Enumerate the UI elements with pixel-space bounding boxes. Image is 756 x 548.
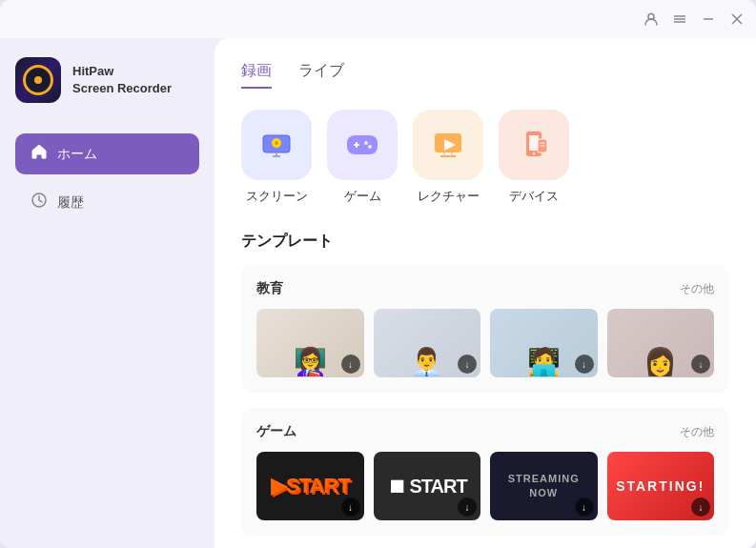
screen-mode-label: スクリーン	[246, 188, 308, 205]
close-button[interactable]	[729, 11, 745, 27]
sidebar: HitPaw Screen Recorder ホーム	[0, 38, 215, 548]
sidebar-item-history[interactable]: 履歴	[15, 182, 199, 223]
app-window: HitPaw Screen Recorder ホーム	[0, 0, 756, 548]
edu-download-2[interactable]: ↓	[458, 355, 477, 374]
sidebar-item-home[interactable]: ホーム	[15, 133, 199, 174]
mode-card-game[interactable]: ゲーム	[327, 110, 398, 205]
template-card-edu-1[interactable]: 👩‍🏫 ↓	[256, 309, 364, 377]
game-more[interactable]: その他	[680, 424, 714, 440]
game-icon-wrap	[327, 110, 398, 180]
game-text-start-1: ▶START	[271, 474, 350, 498]
game-subsection-header: ゲーム その他	[256, 423, 714, 440]
template-card-game-3[interactable]: STREAMINGNOW ↓	[490, 452, 598, 520]
sidebar-item-history-label: 履歴	[57, 194, 84, 212]
template-card-edu-2-inner: 👨‍💼 ↓	[374, 309, 481, 377]
svg-point-11	[275, 141, 278, 145]
app-logo-dot	[34, 76, 42, 84]
app-logo-inner	[23, 65, 53, 95]
content-area: HitPaw Screen Recorder ホーム	[0, 38, 756, 548]
sidebar-item-home-label: ホーム	[57, 146, 97, 163]
template-card-edu-2[interactable]: 👨‍💼 ↓	[374, 309, 481, 377]
edu-download-4[interactable]: ↓	[691, 355, 710, 374]
tab-live[interactable]: ライブ	[298, 61, 344, 89]
game-download-2[interactable]: ↓	[458, 497, 477, 517]
history-icon	[31, 192, 48, 213]
templates-section-title: テンプレート	[241, 232, 333, 252]
game-template-grid: ▶START ↓ ⏹ START ↓ STREAMINGNOW ↓	[256, 452, 714, 520]
game-download-1[interactable]: ↓	[341, 497, 360, 517]
template-card-game-4-inner: STARTING! ↓	[607, 452, 715, 520]
lecture-mode-label: レクチャー	[418, 188, 480, 205]
education-subsection-header: 教育 その他	[256, 280, 714, 297]
svg-rect-14	[347, 135, 378, 154]
game-download-3[interactable]: ↓	[575, 497, 594, 517]
game-template-section: ゲーム その他 ▶START ↓ ⏹ START ↓	[241, 408, 729, 536]
mode-card-device[interactable]: デバイス	[499, 110, 569, 205]
tab-record[interactable]: 録画	[241, 61, 272, 89]
education-more[interactable]: その他	[680, 281, 714, 297]
game-download-4[interactable]: ↓	[691, 497, 710, 517]
template-card-game-4[interactable]: STARTING! ↓	[607, 452, 715, 520]
device-icon-wrap	[499, 110, 569, 180]
app-logo	[15, 57, 61, 103]
template-card-edu-4-inner: 👩 ↓	[607, 309, 715, 377]
title-bar	[0, 0, 756, 38]
template-card-game-1[interactable]: ▶START ↓	[256, 452, 364, 520]
app-brand-name: HitPaw Screen Recorder	[72, 63, 172, 97]
game-title: ゲーム	[256, 423, 296, 440]
edu-download-1[interactable]: ↓	[341, 355, 360, 374]
game-text-start-2: ⏹ START	[387, 476, 467, 497]
user-button[interactable]	[644, 11, 659, 27]
svg-point-26	[533, 152, 536, 155]
template-card-edu-3[interactable]: 🧑‍💻 ↓	[490, 309, 598, 377]
home-icon	[31, 143, 48, 165]
tab-bar: 録画 ライブ	[241, 61, 729, 89]
title-bar-controls	[644, 11, 745, 27]
svg-point-17	[364, 141, 368, 145]
template-card-game-1-inner: ▶START ↓	[256, 452, 364, 520]
mode-card-lecture[interactable]: レクチャー	[413, 110, 483, 205]
game-mode-label: ゲーム	[344, 188, 381, 205]
education-template-grid: 👩‍🏫 ↓ 👨‍💼 ↓ 🧑‍💻 ↓	[256, 309, 714, 377]
game-text-streaming: STREAMINGNOW	[508, 472, 580, 501]
lecture-icon-wrap	[413, 110, 483, 180]
templates-section-header: テンプレート	[241, 232, 729, 252]
template-card-edu-4[interactable]: 👩 ↓	[607, 309, 715, 377]
template-card-game-2-inner: ⏹ START ↓	[374, 452, 481, 520]
screen-icon-wrap	[241, 110, 312, 180]
recording-modes: スクリーン ゲーム	[241, 110, 729, 205]
template-card-game-2[interactable]: ⏹ START ↓	[374, 452, 481, 520]
minimize-button[interactable]	[701, 11, 716, 27]
device-mode-label: デバイス	[509, 188, 559, 205]
template-card-edu-1-inner: 👩‍🏫 ↓	[256, 309, 364, 377]
app-brand: HitPaw Screen Recorder	[15, 53, 199, 107]
main-content: 録画 ライブ	[215, 38, 756, 548]
education-template-section: 教育 その他 👩‍🏫 ↓ 👨‍💼 ↓	[241, 265, 729, 393]
menu-button[interactable]	[672, 11, 687, 27]
template-card-game-3-inner: STREAMINGNOW ↓	[490, 452, 598, 520]
mode-card-screen[interactable]: スクリーン	[241, 110, 312, 205]
edu-download-3[interactable]: ↓	[575, 355, 594, 374]
education-title: 教育	[256, 280, 283, 297]
game-text-starting: STARTING!	[616, 478, 705, 494]
template-card-edu-3-inner: 🧑‍💻 ↓	[490, 309, 598, 377]
svg-point-18	[368, 145, 372, 149]
